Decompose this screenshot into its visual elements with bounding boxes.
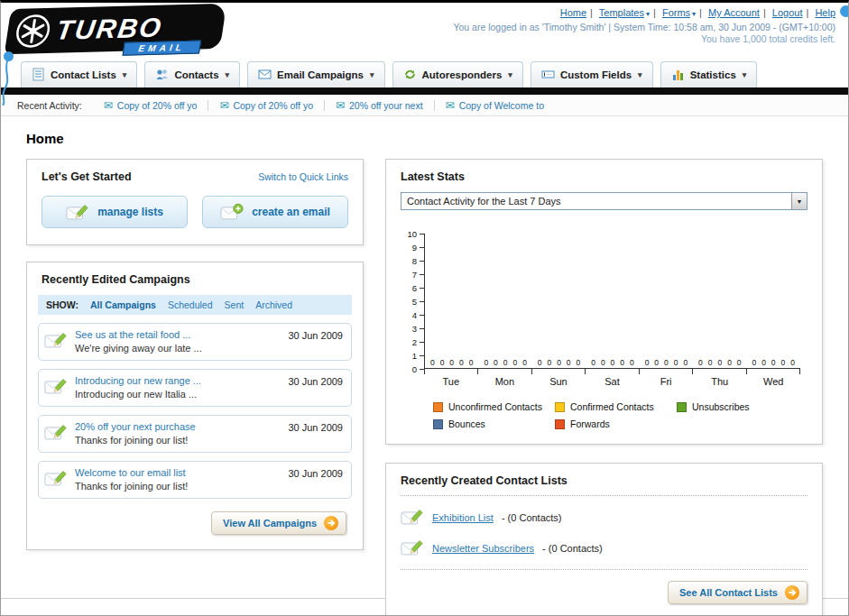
contact-list-link[interactable]: Exhibition List [432, 512, 494, 523]
separator: | [699, 7, 702, 18]
tab-custom-fields[interactable]: Custom Fields ▾ [531, 61, 653, 87]
link-label: Forms [662, 7, 690, 18]
chevron-down-icon: ▾ [692, 10, 696, 18]
link-home[interactable]: Home [560, 7, 586, 18]
recent-activity-label: Recent Activity: [17, 100, 82, 111]
campaign-filter[interactable]: All Campaigns [90, 299, 156, 310]
campaign-subtitle: Introducing our new Italia ... [75, 389, 201, 400]
campaign-title-link[interactable]: See us at the retail food ... [75, 329, 202, 340]
see-all-contact-lists-button[interactable]: See All Contact Lists [668, 581, 807, 604]
campaign-date: 30 Jun 2009 [288, 422, 343, 433]
get-started-panel: Let's Get Started Switch to Quick Links … [26, 159, 364, 245]
create-email-button[interactable]: create an email [202, 196, 348, 228]
manage-lists-button[interactable]: manage lists [42, 196, 188, 228]
pencil-envelope-icon [44, 331, 68, 350]
chevron-down-icon: ▾ [508, 70, 512, 79]
tab-label: Custom Fields [560, 69, 632, 80]
campaign-title-link[interactable]: Welcome to our email list [75, 467, 188, 478]
show-label: SHOW: [46, 299, 78, 310]
recent-activity-link: 20% off your next [349, 100, 423, 111]
dotted-divider [401, 569, 807, 570]
recent-activity-link: Copy of 20% off yo [233, 100, 313, 111]
link-forms[interactable]: Forms▾ [662, 7, 696, 18]
separator: | [806, 7, 808, 18]
legend-swatch [433, 419, 443, 429]
legend-swatch [555, 419, 565, 429]
tab-email-campaigns[interactable]: Email Campaigns ▾ [247, 61, 384, 87]
logo-subtitle: EMAIL [122, 40, 201, 55]
contact-list-count: - (0 Contacts) [502, 512, 562, 523]
separator: | [653, 7, 656, 18]
recent-activity-link: Copy of 20% off yo [117, 100, 198, 111]
contact-list-item: Exhibition List - (0 Contacts) [401, 508, 807, 527]
pencil-envelope-icon [401, 538, 424, 557]
recent-activity-item[interactable]: ✉ Copy of Welcome to [434, 100, 555, 111]
tab-autoresponders[interactable]: Autoresponders ▾ [392, 61, 523, 87]
contact-list-link[interactable]: Newsletter Subscribers [432, 543, 534, 554]
legend-item: Forwards [555, 418, 677, 429]
link-logout[interactable]: Logout [772, 7, 803, 18]
link-help[interactable]: Help [815, 7, 835, 18]
legend-item: Unconfirmed Contacts [433, 401, 555, 412]
legend-label: Unconfirmed Contacts [448, 401, 542, 412]
campaign-subtitle: Thanks for joining our list! [75, 481, 188, 492]
campaign-title-link[interactable]: 20% off your next purchase [75, 421, 196, 432]
button-label: View All Campaigns [223, 518, 317, 529]
chart-x-ticks [424, 369, 800, 374]
panel-title: Latest Stats [401, 170, 807, 183]
session-info: You are logged in as 'Timothy Smith' | S… [453, 22, 835, 33]
email-campaigns-icon [258, 68, 272, 81]
content-area: Home Let's Get Started Switch to Quick L… [1, 116, 848, 599]
credits-info: You have 1,000 total credits left. [453, 33, 835, 45]
chevron-down-icon: ▼ [791, 193, 807, 209]
campaign-title-link[interactable]: Introducing our new range ... [75, 375, 201, 386]
chevron-down-icon: ▾ [123, 70, 127, 79]
recent-campaigns-panel: Recently Edited Campaigns SHOW: All Camp… [26, 262, 364, 550]
link-my-account[interactable]: My Account [708, 7, 760, 18]
recent-activity-link: Copy of Welcome to [459, 100, 544, 111]
email-icon: ✉ [219, 100, 228, 111]
campaign-row: See us at the retail food ... We're givi… [38, 323, 352, 361]
stats-period-select[interactable]: Contact Activity for the Last 7 Days ▼ [401, 192, 807, 210]
separator: | [763, 7, 766, 18]
recent-activity-item[interactable]: ✉ Copy of 20% off yo [93, 100, 208, 111]
contact-lists-icon [32, 68, 45, 81]
tab-label: Autoresponders [422, 69, 503, 80]
dotted-divider [401, 495, 807, 496]
chevron-down-icon: ▾ [638, 70, 642, 79]
envelope-plus-icon [220, 203, 244, 222]
pencil-envelope-icon [44, 377, 68, 396]
panel-title: Recently Edited Campaigns [38, 273, 352, 286]
campaign-filter[interactable]: Sent [225, 299, 245, 310]
header-right: Home| Templates▾| Forms▾| My Account| Lo… [453, 7, 835, 45]
chart-value-labels: 00000000000000000000000000000000000 [425, 358, 800, 367]
main-nav: Contact Lists ▾ Contacts ▾ Email Campaig… [1, 60, 848, 87]
campaign-filter-bar: SHOW: All Campaigns Scheduled Sent Archi… [38, 295, 352, 315]
campaign-date: 30 Jun 2009 [288, 376, 343, 387]
contact-list-count: - (0 Contacts) [542, 543, 603, 554]
recent-activity-bar: Recent Activity: ✉ Copy of 20% off yo ✉ … [1, 95, 848, 116]
campaign-filter[interactable]: Scheduled [168, 299, 213, 310]
switch-quick-links[interactable]: Switch to Quick Links [258, 171, 348, 182]
legend-swatch [433, 402, 443, 412]
turbine-icon [13, 13, 54, 50]
tab-contacts[interactable]: Contacts ▾ [144, 61, 240, 87]
chevron-down-icon: ▾ [226, 70, 230, 79]
tab-label: Email Campaigns [277, 69, 364, 80]
recent-activity-item[interactable]: ✉ Copy of 20% off yo [208, 100, 324, 111]
view-all-campaigns-button[interactable]: View All Campaigns [211, 511, 346, 535]
button-label: create an email [252, 206, 330, 218]
arrow-right-icon [785, 585, 799, 600]
campaign-filter[interactable]: Archived [255, 299, 292, 310]
tab-contact-lists[interactable]: Contact Lists ▾ [21, 61, 137, 87]
page-title: Home [26, 131, 823, 146]
link-templates[interactable]: Templates▾ [599, 7, 650, 18]
campaign-date: 30 Jun 2009 [288, 468, 343, 479]
legend-label: Forwards [570, 418, 610, 429]
recent-activity-item[interactable]: ✉ 20% off your next [324, 100, 434, 111]
campaign-subtitle: Thanks for joining our list! [75, 435, 196, 446]
button-label: See All Contact Lists [679, 587, 778, 598]
latest-stats-panel: Latest Stats Contact Activity for the La… [385, 159, 823, 445]
tab-statistics[interactable]: Statistics ▾ [660, 61, 758, 87]
campaign-date: 30 Jun 2009 [288, 330, 343, 341]
